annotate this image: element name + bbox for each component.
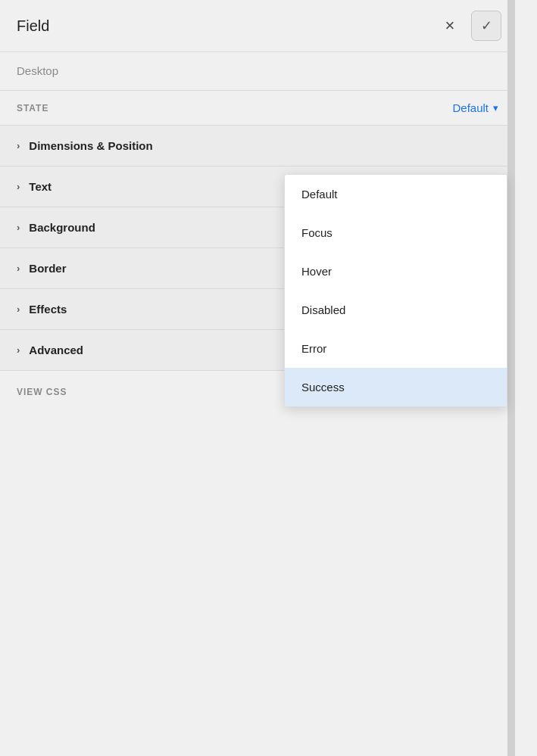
chevron-right-icon: › xyxy=(17,181,20,192)
section-label-advanced: Advanced xyxy=(29,344,83,356)
state-row: STATE Default ▾ xyxy=(0,91,515,126)
field-panel: Field × ✓ Desktop STATE Default ▾ › Dime… xyxy=(0,0,515,756)
chevron-right-icon: › xyxy=(17,140,20,151)
section-label-border: Border xyxy=(29,262,66,275)
dropdown-item-hover[interactable]: Hover xyxy=(285,252,507,291)
confirm-button[interactable]: ✓ xyxy=(471,11,501,41)
header-actions: × ✓ xyxy=(435,11,501,41)
desktop-row: Desktop xyxy=(0,52,515,91)
dropdown-item-default[interactable]: Default xyxy=(285,175,507,213)
chevron-down-icon: ▾ xyxy=(493,102,498,114)
view-css-label: VIEW CSS xyxy=(17,387,67,397)
desktop-label: Desktop xyxy=(17,64,58,77)
chevron-right-icon: › xyxy=(17,263,20,274)
chevron-right-icon: › xyxy=(17,344,20,356)
section-label-background: Background xyxy=(29,221,95,234)
scrollbar[interactable] xyxy=(507,0,515,756)
state-dropdown-menu[interactable]: Default Focus Hover Disabled Error Succe… xyxy=(284,174,507,407)
dropdown-item-error[interactable]: Error xyxy=(285,329,507,368)
dropdown-item-success[interactable]: Success xyxy=(285,368,507,406)
section-label-effects: Effects xyxy=(29,303,67,316)
close-button[interactable]: × xyxy=(435,11,465,41)
state-dropdown-trigger[interactable]: Default ▾ xyxy=(452,101,498,114)
panel-title: Field xyxy=(17,17,49,35)
chevron-right-icon: › xyxy=(17,222,20,233)
dropdown-item-disabled[interactable]: Disabled xyxy=(285,291,507,329)
dropdown-item-focus[interactable]: Focus xyxy=(285,213,507,252)
section-label-text: Text xyxy=(29,180,52,193)
section-row-dimensions[interactable]: › Dimensions & Position xyxy=(0,126,515,166)
section-label-dimensions: Dimensions & Position xyxy=(29,139,152,152)
chevron-right-icon: › xyxy=(17,303,20,315)
state-section-label: STATE xyxy=(17,103,48,114)
panel-header: Field × ✓ xyxy=(0,0,515,52)
state-selected-value: Default xyxy=(452,101,489,114)
